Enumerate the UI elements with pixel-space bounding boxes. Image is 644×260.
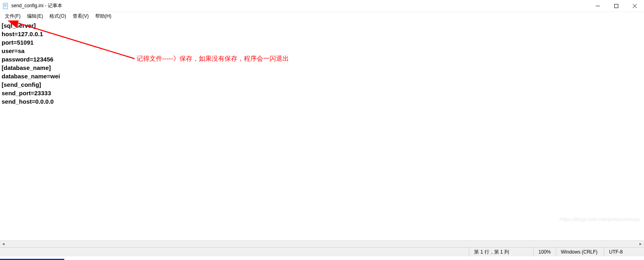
status-position: 第 1 行，第 1 列 bbox=[469, 248, 533, 256]
status-bar: 第 1 行，第 1 列 100% Windows (CRLF) UTF-8 bbox=[0, 247, 644, 256]
minimize-button[interactable] bbox=[589, 0, 607, 12]
status-encoding: UTF-8 bbox=[604, 248, 644, 256]
maximize-button[interactable] bbox=[607, 0, 626, 12]
editor-area[interactable]: [sql_server] host=127.0.0.1 port=51091 u… bbox=[0, 20, 644, 240]
close-button[interactable] bbox=[626, 0, 644, 12]
menu-bar: 文件(F) 编辑(E) 格式(O) 查看(V) 帮助(H) bbox=[0, 12, 644, 20]
scroll-left-icon[interactable]: ◄ bbox=[0, 241, 7, 248]
window-title: send_config.ini - 记事本 bbox=[11, 2, 62, 9]
horizontal-scrollbar[interactable]: ◄ ► bbox=[0, 240, 644, 247]
notepad-icon bbox=[2, 3, 9, 9]
menu-file[interactable]: 文件(F) bbox=[2, 12, 24, 20]
status-zoom: 100% bbox=[533, 248, 556, 256]
annotation-text: 记得文件-----》保存，如果没有保存，程序会一闪退出 bbox=[137, 55, 289, 63]
scroll-right-icon[interactable]: ► bbox=[637, 241, 644, 248]
window-controls bbox=[589, 0, 644, 12]
title-bar: send_config.ini - 记事本 bbox=[0, 0, 644, 12]
menu-help[interactable]: 帮助(H) bbox=[92, 12, 115, 20]
menu-format[interactable]: 格式(O) bbox=[46, 12, 69, 20]
menu-edit[interactable]: 编辑(E) bbox=[24, 12, 46, 20]
editor-content[interactable]: [sql_server] host=127.0.0.1 port=51091 u… bbox=[0, 20, 644, 106]
scroll-track[interactable] bbox=[7, 241, 637, 247]
title-left: send_config.ini - 记事本 bbox=[2, 2, 62, 9]
menu-view[interactable]: 查看(V) bbox=[70, 12, 92, 20]
watermark: https://blog.csdn.net/qmlianzhouyu bbox=[560, 216, 640, 222]
svg-rect-6 bbox=[615, 4, 618, 8]
status-line-ending: Windows (CRLF) bbox=[556, 248, 604, 256]
